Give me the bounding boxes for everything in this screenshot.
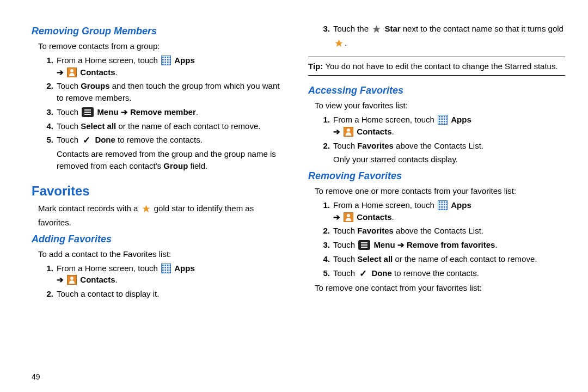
favorites-intro: Mark contact records with a gold star to… bbox=[38, 203, 289, 229]
page-number: 49 bbox=[32, 371, 40, 382]
check-icon bbox=[358, 268, 368, 278]
left-column: Removing Group Members To remove contact… bbox=[32, 21, 289, 303]
star-gray-icon bbox=[372, 24, 381, 37]
apps-icon bbox=[438, 115, 448, 125]
svg-marker-2 bbox=[335, 39, 342, 46]
adding-intro: To add a contact to the Favorites list: bbox=[38, 248, 289, 260]
right-column: Touch the Star next to the contact name … bbox=[308, 21, 565, 303]
star-gold-icon bbox=[334, 39, 344, 51]
removing-intro: To remove one or more contacts from your… bbox=[315, 185, 565, 197]
heading-adding-fav: Adding Favorites bbox=[32, 232, 289, 246]
menu-icon bbox=[358, 240, 370, 250]
removing-footer: To remove one contact from your favorite… bbox=[315, 282, 565, 294]
svg-marker-0 bbox=[142, 205, 150, 212]
apps-icon bbox=[161, 264, 171, 273]
contacts-icon bbox=[344, 212, 353, 222]
accessing-intro: To view your favorites list: bbox=[315, 100, 565, 112]
steps-removing-group: From a Home screen, touch Apps ➔ Contact… bbox=[32, 54, 289, 172]
steps-accessing: From a Home screen, touch Apps ➔ Contact… bbox=[308, 114, 565, 166]
steps-adding: From a Home screen, touch Apps ➔ Contact… bbox=[32, 262, 289, 300]
heading-accessing-fav: Accessing Favorites bbox=[308, 83, 565, 97]
apps-icon bbox=[438, 200, 448, 210]
star-gold-icon bbox=[142, 204, 151, 217]
heading-removing-fav: Removing Favorites bbox=[308, 169, 565, 183]
contacts-icon bbox=[344, 127, 353, 137]
intro-removing-group: To remove contacts from a group: bbox=[38, 40, 289, 52]
steps-removing-fav: From a Home screen, touch Apps ➔ Contact… bbox=[308, 199, 565, 279]
tip-box: Tip: You do not have to edit the contact… bbox=[308, 57, 565, 76]
steps-adding-cont: Touch the Star next to the contact name … bbox=[308, 23, 565, 51]
check-icon bbox=[82, 135, 91, 145]
svg-marker-1 bbox=[373, 25, 381, 32]
apps-icon bbox=[161, 56, 171, 65]
contacts-icon bbox=[67, 275, 77, 285]
heading-favorites: Favorites bbox=[32, 182, 289, 201]
contacts-icon bbox=[67, 68, 77, 77]
heading-removing-group: Removing Group Members bbox=[32, 24, 289, 38]
menu-icon bbox=[82, 107, 94, 117]
